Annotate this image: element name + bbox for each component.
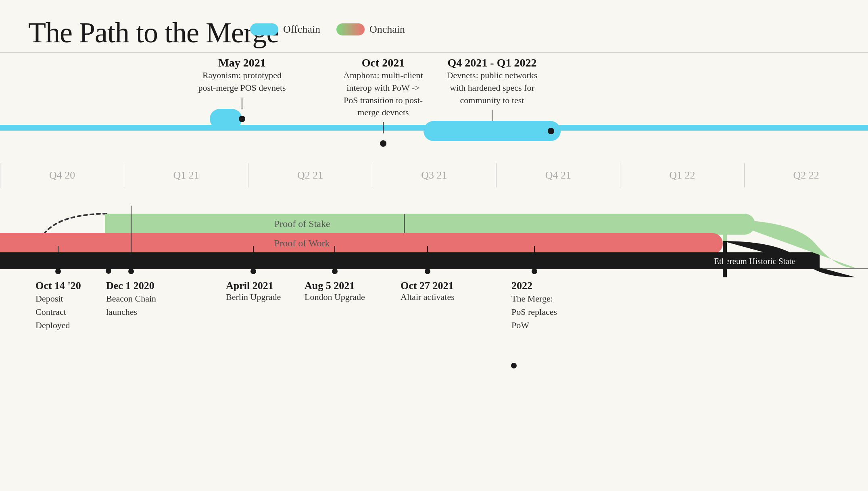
oct2021-vert xyxy=(383,122,384,133)
oct14-desc: DepositContractDeployed xyxy=(35,292,81,332)
lower-event-oct272021: Oct 27 2021 Altair activates xyxy=(401,246,455,302)
aug2021-vert xyxy=(334,246,335,268)
oct2021-dot xyxy=(380,140,386,147)
q42021-date: Q4 2021 - Q1 2022 xyxy=(440,56,545,69)
upper-event-may2021: May 2021 Rayonism: prototyped post-merge… xyxy=(198,56,286,129)
aug2021-dot xyxy=(332,268,338,274)
oct14-dot xyxy=(55,268,61,274)
dec2020-vert xyxy=(131,206,131,268)
apr2021-labels: April 2021 Berlin Upgrade xyxy=(226,280,281,302)
divider xyxy=(0,52,868,53)
apr2021-dot xyxy=(250,268,256,274)
pos-label: Proof of Stake xyxy=(274,218,330,229)
may2021-label: May 2021 Rayonism: prototyped post-merge… xyxy=(198,56,286,94)
q42021-vert xyxy=(492,110,492,121)
quarter-label-5: Q1 22 xyxy=(620,163,744,187)
legend-offchain: Offchain xyxy=(250,23,320,35)
oct272021-dot xyxy=(425,268,430,274)
quarter-label-4: Q4 21 xyxy=(496,163,620,187)
upper-timeline: May 2021 Rayonism: prototyped post-merge… xyxy=(0,56,868,161)
upper-event-oct2021: Oct 2021 Amphora: multi-client interop w… xyxy=(339,56,428,154)
onchain-pill xyxy=(336,23,365,35)
apr2021-date: April 2021 xyxy=(226,280,281,292)
apr2021-vert xyxy=(253,246,254,268)
oct272021-vert xyxy=(427,246,428,268)
aug2021-labels: Aug 5 2021 London Upgrade xyxy=(305,280,365,302)
may2021-vert xyxy=(242,98,242,109)
legend: Offchain Onchain xyxy=(250,23,405,35)
may2021-desc: Rayonism: prototyped post-merge POS devn… xyxy=(198,69,286,94)
lower-event-apr2021: April 2021 Berlin Upgrade xyxy=(226,246,281,302)
dec2020-desc: Beacon Chainlaunches xyxy=(106,292,156,318)
oct272021-desc: Altair activates xyxy=(401,292,455,302)
dec2020-dot-top xyxy=(128,268,134,274)
quarters-row: Q4 20Q1 21Q2 21Q3 21Q4 21Q1 22Q2 22 xyxy=(0,163,868,187)
q42021-label: Q4 2021 - Q1 2022 Devnets: public networ… xyxy=(440,56,545,106)
oct2021-date: Oct 2021 xyxy=(339,56,428,69)
svg-rect-0 xyxy=(723,220,727,241)
lower-event-2022: 2022 The Merge:PoS replacesPoW xyxy=(511,246,557,332)
legend-onchain: Onchain xyxy=(336,23,405,35)
onchain-label: Onchain xyxy=(369,23,405,35)
2022-vert xyxy=(534,246,535,268)
2022-desc: The Merge:PoS replacesPoW xyxy=(511,292,557,332)
apr2021-desc: Berlin Upgrade xyxy=(226,292,281,302)
quarter-label-1: Q1 21 xyxy=(124,163,248,187)
2022-dot xyxy=(532,268,537,274)
oct2021-label: Oct 2021 Amphora: multi-client interop w… xyxy=(339,56,428,119)
2022-labels: 2022 The Merge:PoS replacesPoW xyxy=(511,280,557,332)
quarter-label-2: Q2 21 xyxy=(248,163,372,187)
dec2020-labels: Dec 1 2020 Beacon Chainlaunches xyxy=(106,280,156,318)
pos-alt-connector xyxy=(404,214,405,235)
2022-dot-bottom xyxy=(511,363,517,368)
oct14-labels: Oct 14 '20 DepositContractDeployed xyxy=(35,280,81,332)
lower-event-oct14: Oct 14 '20 DepositContractDeployed xyxy=(35,246,81,332)
aug2021-date: Aug 5 2021 xyxy=(305,280,365,292)
offchain-pill xyxy=(250,23,278,35)
oct272021-date: Oct 27 2021 xyxy=(401,280,455,292)
dec2020-dot-bottom xyxy=(106,268,111,274)
quarter-label-6: Q2 22 xyxy=(744,163,868,187)
oct14-date: Oct 14 '20 xyxy=(35,280,81,292)
lower-event-aug2021: Aug 5 2021 London Upgrade xyxy=(305,246,365,302)
oct14-vert xyxy=(58,246,58,268)
quarter-label-3: Q3 21 xyxy=(372,163,496,187)
aug2021-desc: London Upgrade xyxy=(305,292,365,302)
merge-curve xyxy=(723,210,856,278)
lower-event-dec2020: Dec 1 2020 Beacon Chainlaunches xyxy=(106,206,156,318)
dec2020-date: Dec 1 2020 xyxy=(106,280,156,292)
svg-rect-1 xyxy=(723,241,727,277)
may2021-date: May 2021 xyxy=(198,56,286,69)
oct2021-desc: Amphora: multi-client interop with PoW -… xyxy=(339,69,428,119)
upper-event-q42021: Q4 2021 - Q1 2022 Devnets: public networ… xyxy=(424,56,561,141)
2022-date: 2022 xyxy=(511,280,557,292)
oct272021-labels: Oct 27 2021 Altair activates xyxy=(401,280,455,302)
q42021-desc: Devnets: public networks with hardened s… xyxy=(440,69,545,106)
quarter-label-0: Q4 20 xyxy=(0,163,124,187)
page-title: The Path to the Merge xyxy=(28,16,279,50)
pos-bar xyxy=(105,214,755,235)
offchain-label: Offchain xyxy=(283,23,320,35)
may2021-dot xyxy=(239,116,245,122)
